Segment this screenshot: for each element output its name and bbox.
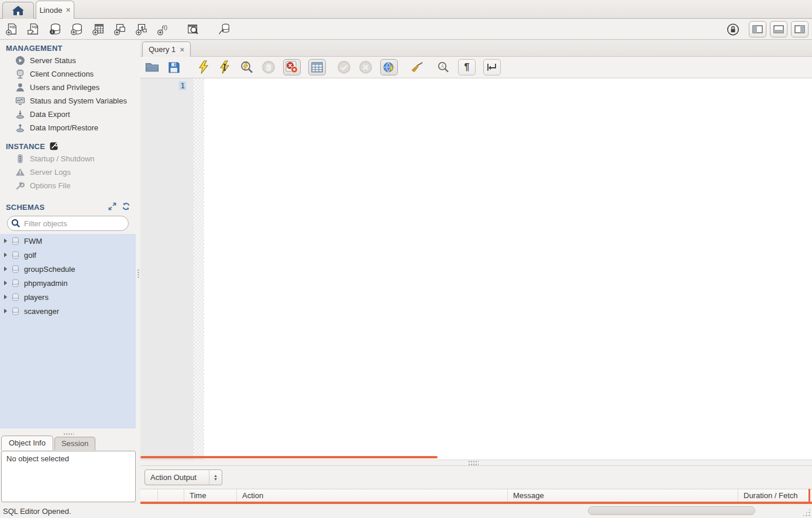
expander-icon[interactable] <box>4 309 7 313</box>
connection-tab[interactable]: Linode × <box>36 1 74 19</box>
options-file-icon <box>15 181 25 191</box>
schema-row-golf[interactable]: golf <box>0 248 136 262</box>
management-section-title: MANAGEMENT <box>0 42 136 54</box>
sidebar-item-options-file[interactable]: Options File <box>0 179 136 192</box>
info-panel-tabs: Object Info Session <box>1 436 95 450</box>
schema-row-players[interactable]: players <box>0 290 136 304</box>
sidebar-item-startup-shutdown[interactable]: Startup / Shutdown <box>0 152 136 165</box>
beautify-script-button[interactable] <box>410 60 424 74</box>
output-horizontal-scrollbar[interactable] <box>140 502 812 504</box>
splitter-grip[interactable] <box>468 464 479 465</box>
expander-icon[interactable] <box>4 295 7 299</box>
schema-row-groupschedule[interactable]: groupSchedule <box>0 262 136 276</box>
selector-spinner-icon: ▲▼ <box>209 470 222 485</box>
tab-object-info[interactable]: Object Info <box>1 436 53 450</box>
create-procedure-button[interactable] <box>135 23 148 36</box>
output-panel-splitter[interactable] <box>140 460 812 466</box>
refresh-schemas-icon[interactable] <box>122 202 130 210</box>
main-toolbar-right-group <box>727 19 808 40</box>
expander-icon[interactable] <box>4 253 7 257</box>
execute-current-statement-button[interactable] <box>218 60 232 74</box>
schema-inspector-button[interactable]: i <box>49 23 61 36</box>
new-sql-tab-button[interactable]: SQL <box>5 23 18 36</box>
tab-session[interactable]: Session <box>54 437 95 450</box>
commit-button[interactable] <box>337 60 351 74</box>
sidebar-item-data-import[interactable]: Data Import/Restore <box>0 121 136 134</box>
rollback-button[interactable] <box>359 60 373 74</box>
open-sql-script-button[interactable]: SQL <box>27 23 40 36</box>
output-col-index[interactable] <box>158 489 184 503</box>
schema-row-fwm[interactable]: FWM <box>0 234 136 248</box>
action-output-panel: Action Output ▲▼ Time Action Message Dur… <box>140 466 812 505</box>
sidebar-splitter-grip[interactable] <box>137 269 139 278</box>
pilcrow-icon: ¶ <box>465 62 470 72</box>
sidebar-item-label: Startup / Shutdown <box>30 154 95 163</box>
sidebar-item-status-system-variables[interactable]: Status and System Variables <box>0 94 136 108</box>
output-col-time[interactable]: Time <box>184 489 237 503</box>
toggle-word-wrap-button[interactable] <box>483 59 501 75</box>
sidebar-item-client-connections[interactable]: Client Connections <box>0 67 136 81</box>
create-schema-button[interactable] <box>70 23 83 36</box>
output-col-icon[interactable] <box>140 489 158 503</box>
expand-schemas-icon[interactable] <box>108 202 116 210</box>
output-col-message[interactable]: Message <box>508 489 738 503</box>
toggle-autocommit-button[interactable] <box>380 59 398 75</box>
schema-filter-input[interactable] <box>24 219 128 228</box>
explain-plan-button[interactable] <box>240 60 254 74</box>
output-vertical-scrollbar[interactable] <box>808 489 810 502</box>
sidebar-item-label: Server Logs <box>30 168 71 177</box>
schema-icon <box>11 237 20 246</box>
reconnect-dbms-button[interactable] <box>218 23 230 36</box>
toggle-invisible-characters-button[interactable]: ¶ <box>458 59 476 75</box>
save-script-button[interactable] <box>167 60 181 74</box>
execute-script-button[interactable] <box>197 60 211 74</box>
toggle-limit-rows-button[interactable] <box>308 59 326 75</box>
splitter-grip[interactable] <box>468 461 479 462</box>
home-tab[interactable] <box>2 2 34 19</box>
sidebar-item-data-export[interactable]: Data Export <box>0 108 136 121</box>
sql-code-editor[interactable]: 1 <box>140 78 812 460</box>
output-table-header: Time Action Message Duration / Fetch <box>140 489 812 503</box>
expander-icon[interactable] <box>4 267 7 271</box>
query-tab-bar: Query 1 × <box>140 40 812 57</box>
toggle-right-sidebar-button[interactable] <box>791 21 808 37</box>
create-table-button[interactable] <box>92 23 105 36</box>
expander-icon[interactable] <box>4 239 7 243</box>
connection-tab-close-icon[interactable]: × <box>66 6 70 14</box>
svg-text:SQL: SQL <box>32 25 39 29</box>
toggle-left-sidebar-button[interactable] <box>749 21 766 37</box>
output-view-selector[interactable]: Action Output ▲▼ <box>144 469 222 485</box>
info-panel-splitter[interactable] <box>63 433 74 435</box>
schema-row-phpmyadmin[interactable]: phpmyadmin <box>0 276 136 290</box>
editor-text-area[interactable] <box>204 78 812 460</box>
search-table-data-button[interactable] <box>187 23 199 36</box>
open-script-button[interactable] <box>145 60 159 74</box>
instance-config-badge-icon[interactable] <box>50 142 58 150</box>
find-button[interactable]: A <box>436 60 450 74</box>
query-tab-close-icon[interactable]: × <box>180 45 184 54</box>
sidebar-item-label: Options File <box>30 181 70 190</box>
sidebar-splitter[interactable] <box>136 40 140 505</box>
toggle-stop-on-error-button[interactable] <box>283 59 301 75</box>
schema-icon <box>11 293 20 302</box>
query-tab[interactable]: Query 1 × <box>142 42 191 57</box>
schema-icon <box>11 265 20 274</box>
editor-horizontal-scrollbar[interactable] <box>140 456 438 458</box>
sidebar-item-server-logs[interactable]: Server Logs <box>0 165 136 179</box>
toggle-bottom-panel-button[interactable] <box>770 21 787 37</box>
window-resize-grip[interactable] <box>802 508 811 517</box>
instance-section: INSTANCE Startup / Shutdown Server Logs … <box>0 140 136 192</box>
create-view-button[interactable] <box>113 23 126 36</box>
connection-lock-icon[interactable] <box>727 23 739 36</box>
stop-query-button[interactable] <box>262 60 276 74</box>
sidebar-item-users-privileges[interactable]: Users and Privileges <box>0 81 136 94</box>
svg-text:SQL: SQL <box>9 25 16 29</box>
create-function-button[interactable]: f() <box>157 23 170 36</box>
bottom-scrollbar-thumb[interactable] <box>588 506 755 515</box>
output-col-duration[interactable]: Duration / Fetch <box>738 489 812 503</box>
output-col-action[interactable]: Action <box>237 489 508 503</box>
data-import-icon <box>15 123 25 133</box>
sidebar-item-server-status[interactable]: Server Status <box>0 54 136 67</box>
expander-icon[interactable] <box>4 281 7 285</box>
schema-row-scavenger[interactable]: scavenger <box>0 304 136 318</box>
